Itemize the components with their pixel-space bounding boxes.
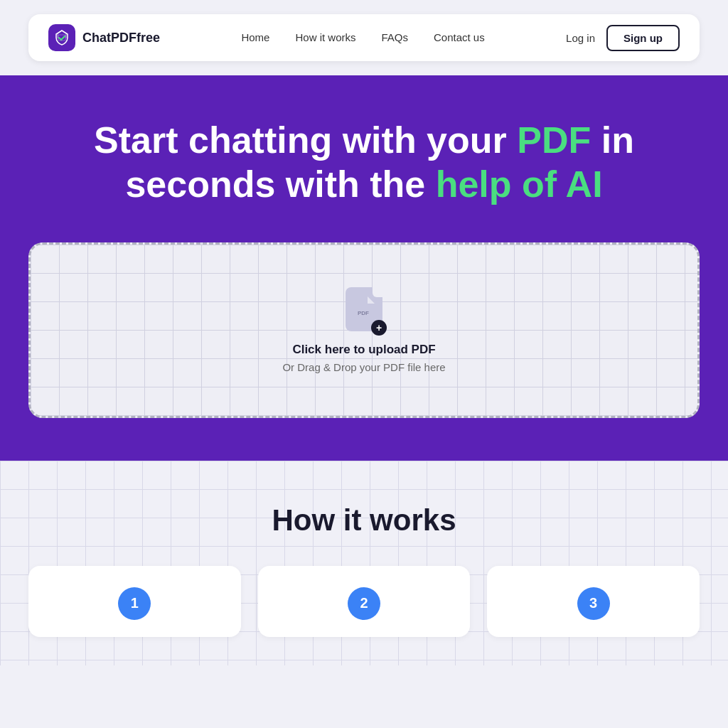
step-card-3: 3	[487, 566, 700, 637]
nav-brand[interactable]: ChatPDFfree	[48, 24, 160, 51]
nav-logo	[48, 24, 75, 51]
nav-link-contact[interactable]: Contact us	[434, 31, 485, 43]
upload-icon-wrapper: PDF +	[346, 287, 382, 331]
upload-area[interactable]: PDF + Click here to upload PDF Or Drag &…	[28, 242, 700, 418]
hero-title-pdf: PDF	[517, 119, 591, 161]
how-it-works-section: How it works 1 2 3	[0, 461, 728, 665]
signup-button[interactable]: Sign up	[606, 25, 680, 51]
nav-links: Home How it works FAQs Contact us	[241, 31, 484, 44]
upload-subtitle: Or Drag & Drop your PDF file here	[282, 361, 445, 373]
upload-title: Click here to upload PDF	[292, 343, 435, 357]
steps-cards-row: 1 2 3	[28, 566, 700, 637]
step-number-3: 3	[577, 587, 610, 620]
how-it-works-title: How it works	[28, 503, 700, 537]
hero-section: Start chatting with your PDF in seconds …	[0, 75, 728, 461]
step-number-1: 1	[118, 587, 151, 620]
hero-title-part1: Start chatting with your	[94, 119, 517, 161]
step-card-1: 1	[28, 566, 241, 637]
brand-name-text: ChatPDFfree	[82, 31, 160, 46]
nav-link-how-it-works[interactable]: How it works	[295, 31, 355, 43]
nav-link-faqs[interactable]: FAQs	[381, 31, 408, 43]
hero-title-ai: help of AI	[436, 164, 603, 205]
svg-text:PDF: PDF	[358, 310, 369, 316]
navbar: ChatPDFfree Home How it works FAQs Conta…	[28, 14, 700, 61]
plus-badge-icon: +	[371, 320, 387, 336]
nav-link-home[interactable]: Home	[241, 31, 269, 43]
step-card-2: 2	[258, 566, 471, 637]
hero-title: Start chatting with your PDF in seconds …	[28, 118, 700, 207]
step-number-2: 2	[348, 587, 380, 620]
nav-auth: Log in Sign up	[566, 25, 680, 51]
login-button[interactable]: Log in	[566, 32, 595, 44]
